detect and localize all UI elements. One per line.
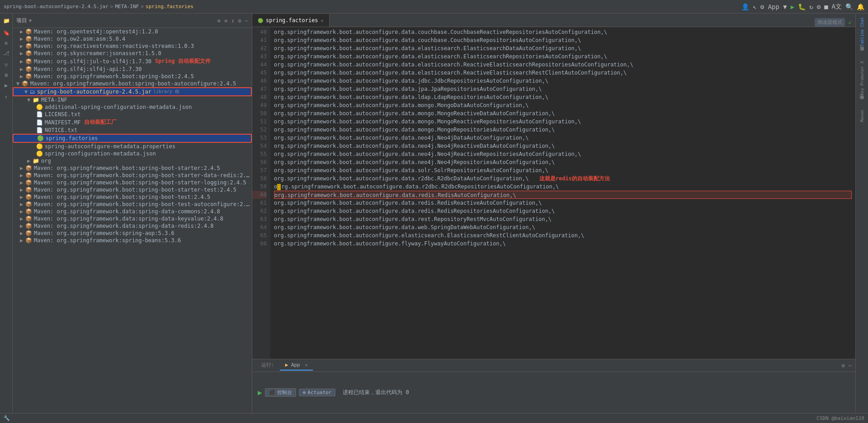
arrow-icon: ▶ <box>20 165 25 171</box>
sidebar-git-icon[interactable]: ⎇ <box>3 50 9 56</box>
settings-bottom-icon[interactable]: ⚙ <box>842 362 845 369</box>
tree-item[interactable]: ▶ 📦 Maven: org.slf4j:jul-to-slf4j:1.7.30… <box>13 57 252 66</box>
run-controls: ▶ ⬛ 控制台 ⊕ Actuator <box>258 388 335 397</box>
code-line: org.springframework.boot.autoconfigure.d… <box>274 36 852 44</box>
breadcrumb-metainf[interactable]: META-INF <box>115 4 139 9</box>
code-line: org.springframework.boot.autoconfigure.d… <box>274 44 852 52</box>
tree-item[interactable]: ▶ 📦 Maven: org.ow2.asm:asm:5.0.4 <box>13 35 252 42</box>
debug-icon[interactable]: 🐛 <box>798 3 806 10</box>
reader-mode-button[interactable]: 阅读器模式 <box>815 18 845 27</box>
tree-item[interactable]: ▶ 📦 Maven: org.springframework.boot:spri… <box>13 172 252 179</box>
code-line: org.springframework.boot.autoconfigure.d… <box>274 85 852 93</box>
app-tab-label: App <box>291 362 300 368</box>
tree-item[interactable]: ▶ 📦 Maven: org.springframework.boot:spri… <box>13 164 252 172</box>
checkmark-icon[interactable]: ✓ <box>849 19 852 26</box>
arrow-icon: ▶ <box>20 58 25 65</box>
sidebar-bottom-icon[interactable]: ▽ <box>3 62 9 68</box>
code-line: org.springframework.boot.autoconfigure.d… <box>274 126 852 134</box>
sidebar-tabline-btn[interactable]: Tabline Chat <box>860 17 864 47</box>
breadcrumb-jar[interactable]: spring-boot-autoconfigure-2.4.5.jar <box>4 4 108 9</box>
notification-icon[interactable]: 🔔 <box>857 3 864 10</box>
console-tab-button[interactable]: ⬛ 控制台 <box>265 388 296 397</box>
tree-item[interactable]: ▶ 📦 Maven: org.reactivestreams:reactive-… <box>13 42 252 50</box>
tree-item[interactable]: ▶ 📦 Maven: org.springframework:spring-ao… <box>13 230 252 237</box>
gear-icon[interactable]: ⚙ <box>238 18 241 24</box>
tree-item[interactable]: ▼ 📦 Maven: org.springframework.boot:spri… <box>13 80 252 87</box>
project-tree-panel: 项目 ▼ ⊕ ≡ ↕ ⚙ — ▶ 📦 Maven: org.opentest4j… <box>13 14 252 413</box>
tree-dropdown-icon[interactable]: ▼ <box>29 18 32 23</box>
middle-area: 📁 🔖 ≡ ⎇ ▽ ⊞ ▶ ⚡ 项目 ▼ ⊕ ≡ ↕ ⚙ — ▶ 📦 <box>0 14 868 413</box>
code-line: org.springframework.boot.autoconfigure.d… <box>274 215 852 223</box>
actuator-label: Actuator <box>307 390 331 395</box>
tree-item[interactable]: ▶ 📁 org <box>13 157 252 164</box>
sidebar-structure-icon[interactable]: ≡ <box>3 42 9 45</box>
restart-run-button[interactable]: ▶ <box>258 388 262 397</box>
code-line-58: org.springframework.boot.autoconfigure.d… <box>274 174 852 183</box>
arrow-icon: ▼ <box>27 97 33 103</box>
tree-item[interactable]: ▶ 📦 Maven: org.springframework.data:spri… <box>13 215 252 222</box>
tree-item[interactable]: ▶ 📦 Maven: org.springframework:spring-be… <box>13 237 252 244</box>
sidebar-run-icon[interactable]: ▶ <box>3 82 9 89</box>
tree-item[interactable]: 📄 NOTICE.txt <box>13 127 252 134</box>
tree-item[interactable]: ▶ 📦 Maven: org.springframework.data:spri… <box>13 222 252 230</box>
stop-icon[interactable]: ■ <box>824 3 828 10</box>
tree-item[interactable]: ▶ 📦 Maven: org.opentest4j:opentest4j:1.2… <box>13 28 252 35</box>
tab-close-icon[interactable]: ✕ <box>321 18 324 23</box>
tree-item[interactable]: 🟡 additional-spring-configuration-metada… <box>13 103 252 111</box>
sidebar-terminal-icon[interactable]: ⊞ <box>3 74 9 77</box>
tree-item[interactable]: 📄 LICENSE.txt <box>13 111 252 118</box>
run-icon[interactable]: ▶ <box>791 3 794 10</box>
code-line: org.springframework.boot.autoconfigure.d… <box>274 158 852 166</box>
tree-item[interactable]: ▶ 📦 Maven: org.springframework.boot:spri… <box>13 193 252 201</box>
minimize-bottom-icon[interactable]: — <box>849 362 852 369</box>
tree-item[interactable]: 🟡 spring-configuration-metadata.json <box>13 150 252 157</box>
user-icon[interactable]: 👤 <box>741 3 749 10</box>
code-line: org.springframework.boot.autoconfigure.d… <box>274 207 852 215</box>
tree-item[interactable]: ▶ 📦 Maven: org.skyscreamer:jsonassert:1.… <box>13 50 252 57</box>
code-view: 4041424344 4546474849 5051525354 5556575… <box>252 27 855 359</box>
status-right: CSDN @baixian110 <box>816 415 864 421</box>
arrow-icon: ▶ <box>20 208 25 215</box>
collapse-icon[interactable]: ≡ <box>224 18 227 24</box>
spring-factories-tab[interactable]: 🟢 spring.factories ✕ <box>252 14 330 27</box>
close-panel-icon[interactable]: — <box>245 18 248 24</box>
tree-item[interactable]: ▶ 📦 Maven: org.springframework.boot:spri… <box>13 73 252 80</box>
highlighted-code-line: org.springframework.boot.autoconfigure.d… <box>274 191 852 199</box>
arrow-icon: ▶ <box>20 66 25 72</box>
tree-item[interactable]: ▼ 📁 META-INF <box>13 96 252 103</box>
arrow-icon: ▼ <box>24 89 30 95</box>
tree-item[interactable]: ▶ 📦 Maven: org.springframework.data:spri… <box>13 208 252 215</box>
sidebar-event-icon[interactable]: ⚡ <box>3 94 9 100</box>
app-tab[interactable]: ▶ App ✕ <box>280 360 313 371</box>
settings-icon[interactable]: ⚙ <box>817 3 821 10</box>
expand-icon[interactable]: ↕ <box>231 18 234 24</box>
console-label: 控制台 <box>277 389 292 396</box>
sidebar-maven-btn[interactable]: Maven <box>860 110 864 122</box>
arrow-icon: ▶ <box>27 158 33 164</box>
tree-header-icons: ⊕ ≡ ↕ ⚙ — <box>217 18 248 24</box>
tree-item[interactable]: ▶ 📦 Maven: org.springframework.boot:spri… <box>13 201 252 208</box>
actuator-button[interactable]: ⊕ Actuator <box>299 389 336 396</box>
tree-item[interactable]: 📄 MANIFEST.MF 自动装配工厂 <box>13 118 252 127</box>
tree-item[interactable]: 🟡 spring-autoconfigure-metadata.properti… <box>13 143 252 150</box>
locate-icon[interactable]: ⊕ <box>217 18 221 24</box>
jar-root-item[interactable]: ▼ 🗂 spring-boot-autoconfigure-2.4.5.jar … <box>13 87 252 96</box>
code-line: org.springframework.boot.autoconfigure.d… <box>274 183 852 191</box>
breadcrumb-file[interactable]: spring.factories <box>146 4 193 9</box>
code-line: org.springframework.boot.autoconfigure.d… <box>274 61 852 69</box>
cursor-icon[interactable]: ↖ <box>753 3 756 10</box>
tree-item[interactable]: ▶ 📦 Maven: org.springframework.boot:spri… <box>13 186 252 193</box>
tree-header: 项目 ▼ ⊕ ≡ ↕ ⚙ — <box>13 14 252 28</box>
app-dropdown[interactable]: ⚙ App ▼ <box>760 3 787 10</box>
app-tab-close[interactable]: ✕ <box>305 362 307 367</box>
translate-icon[interactable]: A文 <box>832 3 842 11</box>
tree-item[interactable]: ▶ 📦 Maven: org.springframework.boot:spri… <box>13 179 252 186</box>
tree-item[interactable]: ▶ 📦 Maven: org.slf4j:slf4j-api:1.7.30 <box>13 66 252 73</box>
sidebar-project-icon[interactable]: 📁 <box>3 17 9 24</box>
search-icon[interactable]: 🔍 <box>845 3 853 10</box>
sidebar-bookmark-icon[interactable]: 🔖 <box>3 29 9 36</box>
spring-factories-item[interactable]: 🟢 spring.factories <box>13 134 252 143</box>
sidebar-keypromoter-btn[interactable]: Key Promoter X <box>860 61 864 95</box>
code-line: org.springframework.boot.autoconfigure.d… <box>274 28 852 36</box>
refresh-icon[interactable]: ↻ <box>809 3 813 10</box>
